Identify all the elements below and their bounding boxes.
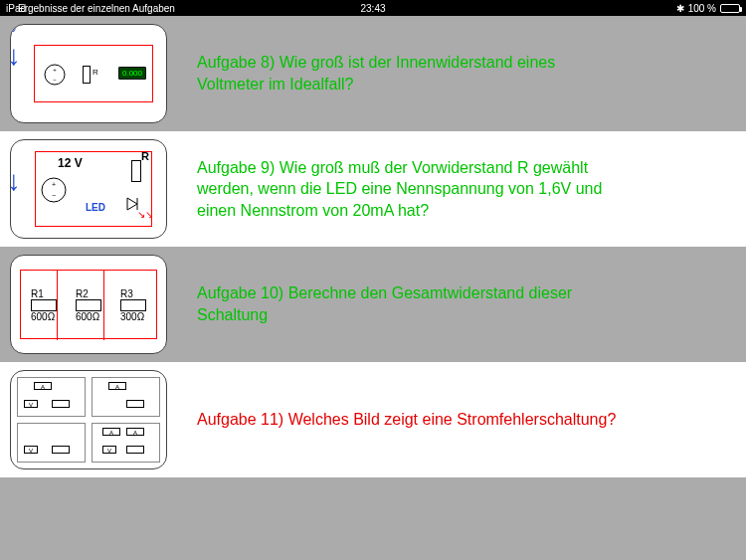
meter-display: 0.000 (118, 67, 146, 80)
wire (103, 271, 104, 340)
bluetooth-icon: ✱ (676, 3, 684, 14)
voltage-value: 12 V (58, 156, 83, 170)
source-icon: + − (40, 176, 68, 204)
task-row[interactable]: A V A V A A V Aufgabe 11) Welches Bild z… (0, 362, 746, 477)
mini-circuit: V (17, 423, 86, 463)
task-text: Aufgabe 8) Wie groß ist der Innenwiderst… (197, 52, 625, 94)
voltmeter-icon: V (24, 446, 38, 454)
resistor-label: R (93, 68, 98, 77)
resistor-value: 600Ω (76, 311, 101, 322)
ammeter-icon: A (108, 382, 126, 390)
voltage-label: U (10, 24, 16, 34)
mini-circuit: A (92, 377, 160, 417)
status-time: 23:43 (360, 3, 385, 14)
circuit-thumbnail: R1 600Ω R2 600Ω R3 300Ω (10, 255, 167, 354)
resistor-icon (120, 299, 146, 311)
mini-circuit: A V (17, 377, 86, 417)
svg-text:+: + (52, 181, 56, 188)
task-text: Aufgabe 10) Berechne den Gesamtwiderstan… (197, 282, 625, 325)
source-icon: + − (43, 63, 67, 87)
mini-circuit: A A V (92, 423, 160, 463)
resistor-name: R3 (120, 288, 146, 299)
circuit-thumbnail: A V A V A A V (10, 370, 167, 469)
task-row[interactable]: ↓ 12 V + − R LED ↘↘ Aufgabe 9) Wie groß … (0, 131, 746, 247)
task-row[interactable]: U ↓ + − R 0.000 Aufgabe 8) Wie groß ist … (0, 16, 746, 131)
status-bar: iPad Ergebnisse der einzelnen Aufgaben 2… (0, 0, 746, 16)
task-text: Aufgabe 11) Welches Bild zeigt eine Stro… (197, 409, 616, 431)
arrow-down-icon: ↓ (10, 40, 21, 72)
led-emit-icon: ↘↘ (137, 209, 153, 220)
resistor-name: R1 (31, 288, 57, 299)
page-title: Ergebnisse der einzelnen Aufgaben (18, 3, 175, 14)
resistor-value: 300Ω (120, 311, 146, 322)
resistor-label: R (141, 150, 149, 162)
resistor-icon (83, 66, 91, 84)
task-row[interactable]: R1 600Ω R2 600Ω R3 300Ω Aufgabe 10) Bere… (0, 247, 746, 362)
svg-marker-6 (127, 198, 137, 210)
led-label: LED (86, 202, 105, 213)
resistor-icon (31, 299, 57, 311)
svg-text:−: − (52, 192, 56, 199)
battery-percent: 100 % (688, 3, 716, 14)
circuit-thumbnail: U ↓ + − R 0.000 (10, 24, 167, 123)
ammeter-icon: A (126, 428, 144, 436)
task-text: Aufgabe 9) Wie groß muß der Vorwiderstan… (197, 157, 625, 222)
load-icon (52, 400, 70, 408)
resistor-icon (76, 299, 101, 311)
voltmeter-icon: V (24, 400, 38, 408)
svg-text:+: + (53, 67, 57, 73)
battery-icon (720, 4, 740, 13)
load-icon (126, 400, 144, 408)
ammeter-icon: A (34, 382, 52, 390)
resistor-value: 600Ω (31, 311, 57, 322)
ammeter-icon: A (102, 428, 120, 436)
circuit-thumbnail: ↓ 12 V + − R LED ↘↘ (10, 139, 167, 239)
load-icon (52, 446, 70, 454)
resistor-icon (131, 160, 141, 182)
arrow-down-icon: ↓ (10, 165, 21, 197)
resistor-name: R2 (76, 288, 101, 299)
wire (57, 271, 58, 340)
voltmeter-icon: V (102, 446, 116, 454)
load-icon (126, 446, 144, 454)
svg-text:−: − (53, 77, 57, 83)
